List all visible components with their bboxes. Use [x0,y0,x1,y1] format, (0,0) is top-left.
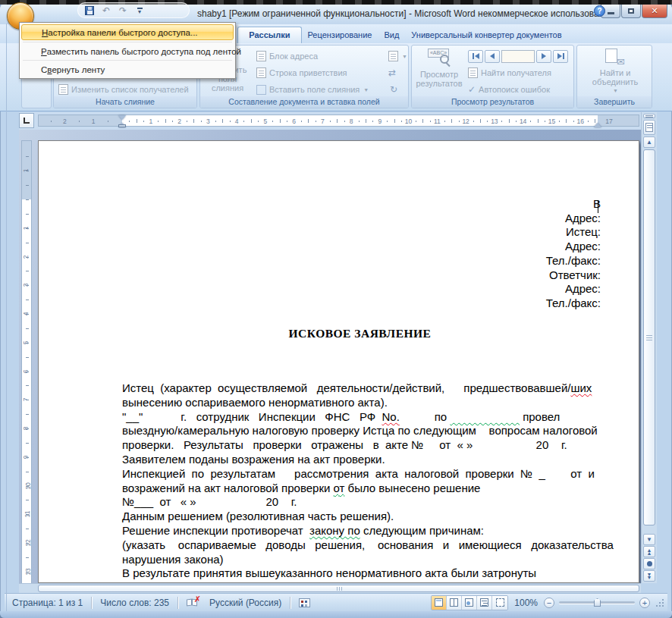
tab-Универсальный конвертер документов[interactable]: Универсальный конвертер документов [405,27,567,43]
close-button[interactable]: ✕ [642,5,667,18]
update-labels-icon: ↻ [390,85,397,94]
update-labels-button[interactable]: ↻ [390,82,397,97]
tab-Рецензирование[interactable]: Рецензирование [302,27,378,43]
ruler-tick [394,119,395,123]
print-layout-view-button[interactable] [432,596,447,610]
draft-view-button[interactable] [492,596,507,610]
record-number-field[interactable] [501,50,535,63]
doc-body-line: Инспекцией по результатам рассмотрения а… [122,467,608,482]
web-layout-view-button[interactable] [462,596,477,610]
group-label-start-merge: Начать слияние [54,96,196,108]
next-record-button[interactable] [536,50,551,63]
outline-view-button[interactable] [477,596,492,610]
save-button[interactable] [83,5,96,17]
last-record-button[interactable] [553,50,568,63]
ruler-tick [372,121,373,122]
auto-check-errors-button[interactable]: ✓ Автопоиск ошибок [468,82,550,97]
tab-stop-selector[interactable] [19,113,34,128]
close-icon: ✕ [651,6,658,16]
ruler-tick [588,121,589,122]
horizontal-scroll-thumb[interactable] [38,585,639,592]
zoom-slider[interactable] [559,601,635,604]
address-block-button[interactable]: Блок адреса [256,49,318,64]
ruler-tick [401,121,402,122]
scroll-down-button[interactable]: ▼ [643,534,655,545]
restore-button[interactable] [621,5,641,18]
undo-button[interactable]: ↶ [99,5,113,17]
help-button[interactable]: ? [594,5,605,17]
ruler-tick [487,121,488,122]
ruler-tick [26,285,29,286]
ruler-tick [595,119,595,123]
ruler-toggle-button[interactable] [643,120,655,135]
address-block-icon [256,51,266,61]
qat-customize-button[interactable]: ▾ [133,5,146,17]
ruler-tick [79,121,80,122]
ruler-tick [26,271,29,271]
ruler-tick [243,121,244,122]
word-window: shaby1 [Режим ограниченной функционально… [0,0,672,618]
zoom-in-button[interactable]: + [639,598,650,608]
ruler-tick [26,486,29,487]
tab-Рассылки[interactable]: Рассылки [237,27,301,43]
split-handle[interactable] [643,114,655,118]
document-page[interactable]: ВАдрес:Истец:Адрес:Тел./факс:Ответчик:Ад… [38,140,639,583]
ruler-tick [422,119,423,123]
page-indicator[interactable]: Страница: 1 из 1 [11,598,84,608]
doc-header-line: Адрес: [122,282,601,296]
ruler-tick [26,156,29,157]
fullscreen-reading-view-button[interactable] [447,596,462,610]
tab-Вид[interactable]: Вид [378,27,405,43]
next-page-button[interactable]: ▼▼ [643,570,655,582]
ruler-tick [193,119,194,123]
edit-recipient-list-button[interactable]: Изменить список получателей [58,82,189,97]
word-count[interactable]: Число слов: 235 [99,598,171,608]
left-indent-marker[interactable] [118,124,126,127]
ruler-tick [444,121,445,122]
menu-item-3[interactable]: Свернуть ленту [21,62,234,77]
first-record-button[interactable] [468,50,483,63]
menu-separator [23,60,232,61]
ruler-tick [316,121,316,122]
greeting-line-button[interactable]: Строка приветствия [256,65,347,80]
language-indicator[interactable]: Русский (Россия) [208,598,283,608]
scroll-up-button[interactable]: ▲ [643,136,655,148]
ruler-tick [172,121,173,122]
spellcheck-status-icon[interactable]: ✗ [187,598,199,607]
match-fields-button[interactable]: ⇄ [388,65,396,80]
previous-record-button[interactable] [485,50,500,63]
text-cursor [598,200,598,213]
horizontal-scrollbar[interactable] [19,583,641,593]
ruler-tick [480,119,481,123]
ruler-tick [308,119,309,123]
zoom-slider-handle[interactable] [594,598,601,607]
redo-button[interactable]: ↷ [116,5,130,17]
undo-icon: ↶ [102,5,110,16]
menu-item-1[interactable]: Настройка панели быстрого доступа... [21,24,234,40]
ruler-number: 17 [605,118,612,125]
insert-merge-field-button[interactable]: Вставить поле слияния▼ [256,82,369,97]
rules-button[interactable]: ▼ [388,49,407,64]
menu-item-2[interactable]: Разместить панель быстрого доступа под л… [21,44,234,58]
vertical-scrollbar[interactable]: ▲ ▼ ▲▲ ▼▼ [641,112,657,583]
ruler-tick [287,121,287,122]
zoom-level[interactable]: 100% [513,598,539,608]
preview-results-icon: «ABC» [428,49,451,68]
zoom-out-button[interactable]: − [544,598,554,608]
previous-page-button[interactable]: ▲▲ [643,546,655,557]
qat-context-menu: Настройка панели быстрого доступа...Разм… [19,22,236,79]
resize-grip[interactable] [655,598,664,607]
finish-merge-button[interactable]: ✉ Найти и объединить▼ [586,49,644,96]
ruler-tick [165,119,166,123]
vertical-scroll-thumb[interactable] [643,149,655,525]
ruler-tick [473,121,474,122]
ruler-tick [137,119,137,123]
browse-dot-icon [647,561,652,566]
macro-record-icon[interactable] [299,598,310,607]
ruler-tick [222,119,223,123]
ruler-tick [215,121,216,122]
find-recipient-button[interactable]: Найти получателя [468,65,551,80]
ruler-tick [509,119,510,123]
preview-results-button[interactable]: «ABC» Просмотр результатов [415,49,463,88]
select-browse-object-button[interactable] [643,558,655,569]
